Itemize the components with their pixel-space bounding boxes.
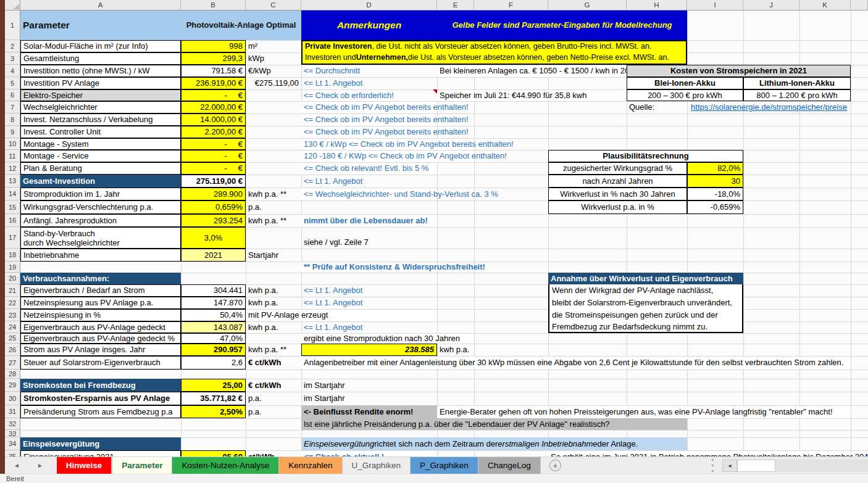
cell-D35[interactable]: <= Check ob aktuell ! — [301, 451, 437, 456]
row-header-35[interactable]: 35 — [5, 450, 20, 456]
cell-J5[interactable]: Lithium-Ionen-Akku — [743, 77, 851, 89]
sheet-nav-right-icon[interactable]: ► — [37, 462, 43, 469]
tab-u-graphiken[interactable]: U_Graphiken — [343, 457, 411, 474]
cell-G20[interactable]: Annahme über Wirkverlust und Eigenverbra… — [548, 273, 743, 284]
cell-G23[interactable]: die Stromeinspeisungen gehen zurück und … — [548, 309, 743, 321]
tab-p-graphiken[interactable]: P_Graphiken — [411, 457, 478, 474]
row-header-16[interactable]: 16 — [5, 214, 20, 227]
row-header-27[interactable]: 27 — [5, 356, 20, 369]
cell-A34[interactable]: Einspeisevergütung — [20, 437, 181, 450]
cell-D16[interactable]: nimmt über die Lebensdauer ab! — [301, 215, 437, 226]
cell-A35[interactable]: Einspeisevergütung 2021 — [20, 450, 181, 456]
cell-B2[interactable]: 998 — [181, 40, 246, 52]
cell-D34[interactable]: Einspeisevergütung richtet sich nach dem… — [301, 437, 687, 450]
cell-B11[interactable]: - € — [181, 150, 246, 162]
cell-D32[interactable]: Ist eine jährliche Preisänderung p.a. üb… — [301, 418, 687, 430]
cell-I15[interactable]: -0,659% — [687, 200, 743, 214]
cell-A2[interactable]: Solar-Modul-Fläche in m² (zur Info) — [20, 40, 181, 52]
cell-D30[interactable]: im Startjahr — [301, 392, 437, 405]
row-header-15[interactable]: 15 — [5, 200, 20, 214]
row-header-3[interactable]: 3 — [5, 52, 20, 65]
cell-J6[interactable]: 800 – 1.200 € pro kWh — [743, 89, 851, 101]
row-header-29[interactable]: 29 — [5, 379, 20, 392]
cell-A14[interactable]: Stromproduktion im 1. Jahr — [20, 188, 181, 200]
cell-C21[interactable]: kwh p.a. — [246, 284, 301, 297]
cell-I12[interactable]: 82,0% — [687, 162, 743, 175]
cell-A11[interactable]: Montage - Service — [20, 150, 181, 162]
cell-C24[interactable]: kwh p.a. — [246, 321, 301, 333]
cell-C22[interactable]: kwh p.a. — [246, 297, 301, 309]
row-header-10[interactable]: 10 — [5, 138, 20, 150]
tab-kosten-nutzen-analyse[interactable]: Kosten-Nutzen-Analyse — [172, 457, 279, 474]
row-header-1[interactable]: 1 — [5, 10, 20, 40]
cell-D22[interactable]: <= Lt 1. Angebot — [301, 297, 437, 309]
cell-A13[interactable]: Gesamt-Investition — [20, 175, 181, 188]
column-header-F[interactable]: F — [474, 0, 548, 10]
cell-G14[interactable]: Wirkverlust in % nach 30 Jahren — [548, 188, 687, 200]
cell-C16[interactable]: kwh p.a. ** — [246, 214, 301, 227]
column-header-J[interactable]: J — [743, 0, 799, 10]
row-header-11[interactable]: 11 — [5, 150, 20, 162]
cell-G24[interactable]: Fremdbezug zur Bedarfsdeckung nimmt zu. — [548, 321, 743, 333]
cell-H7[interactable]: Quelle: — [627, 101, 687, 114]
cell-E6[interactable]: Speicher im Juli 21: €44.990 für 35,8 kw… — [437, 90, 627, 101]
cell-A31[interactable]: Preisänderung Strom aus Femdbezug p.a — [20, 405, 181, 418]
cell-D2[interactable]: Private Investoren, die Ust. nicht als V… — [301, 40, 687, 52]
row-header-4[interactable]: 4 — [5, 65, 20, 77]
cell-B31[interactable]: 2,50% — [181, 405, 246, 418]
stromspeicher-preise-link[interactable]: https://solarenergie.de/stromspeicher/pr… — [687, 101, 851, 114]
row-header-26[interactable]: 26 — [5, 344, 20, 356]
cell-C15[interactable]: p.a. — [246, 200, 301, 214]
cell-B14[interactable]: 289.900 — [181, 188, 246, 200]
cell-C3[interactable]: kWp — [246, 52, 301, 65]
cell-B26[interactable]: 290.957 — [181, 344, 246, 356]
cell-H5[interactable]: Blei-Ionen-Akku — [627, 77, 743, 89]
cell-C23[interactable]: mit PV-Anlage erzeugt — [246, 310, 437, 321]
select-all-corner[interactable] — [5, 0, 20, 10]
cell-C4[interactable]: €/kWp — [246, 65, 301, 77]
cell-A29[interactable]: Stromkosten bei Fremdbezug — [20, 379, 181, 392]
row-header-12[interactable]: 12 — [5, 162, 20, 175]
cell-B1[interactable]: Photovoltaik-Anlage Optimal — [181, 10, 301, 40]
row-header-22[interactable]: 22 — [5, 297, 20, 309]
cell-I13[interactable]: 30 — [687, 175, 743, 188]
row-header-17[interactable]: 17 — [5, 227, 20, 249]
cell-A12[interactable]: Plan & Beratung — [20, 162, 181, 175]
row-header-2[interactable]: 2 — [5, 40, 20, 52]
cell-B35[interactable]: 05,60 — [181, 450, 246, 456]
column-header-G[interactable]: G — [548, 0, 627, 10]
cell-A21[interactable]: Eigenverbrauch / Bedarf an Strom — [20, 284, 181, 297]
cell-G21[interactable]: Wenn der Wirkgrad der PV-Anlage nachläss… — [548, 284, 743, 297]
row-header-34[interactable]: 34 — [5, 437, 20, 450]
hscroll-thumb[interactable] — [737, 460, 775, 472]
cell-B10[interactable]: - € — [181, 138, 246, 150]
column-header-A[interactable]: A — [20, 0, 181, 10]
row-header-32[interactable]: 32 — [5, 418, 20, 430]
cell-B5[interactable]: 236.919,00 € — [181, 77, 246, 89]
column-header-B[interactable]: B — [181, 0, 246, 10]
hscroll-track[interactable] — [775, 460, 868, 472]
cell-H6[interactable]: 200 – 300 € pro kWh — [627, 89, 743, 101]
tab-kennzahlen[interactable]: Kennzahlen — [279, 457, 342, 474]
cell-A5[interactable]: Investition PV Anlage — [20, 77, 181, 89]
row-header-5[interactable]: 5 — [5, 77, 20, 89]
cell-H4[interactable]: Kosten von Stromspeichern in 2021 — [627, 65, 851, 77]
cell-E4[interactable]: Bei kleineren Anlagen ca. € 1050 - € 150… — [437, 65, 627, 76]
column-header-partial[interactable] — [851, 0, 868, 10]
cell-A3[interactable]: Gesamtleistung — [20, 52, 181, 65]
cell-D17[interactable]: siehe / vgl. Zeile 7 — [301, 227, 437, 249]
cell-A1[interactable]: Parameter — [20, 10, 181, 40]
cell-C14[interactable]: kwh p.a. ** — [246, 188, 301, 200]
cell-B17[interactable]: 3,0% — [181, 227, 246, 249]
cell-A4[interactable]: Investition netto (ohne MWSt.) / kW — [20, 65, 181, 77]
cell-A10[interactable]: Montage - System — [20, 138, 181, 150]
row-header-20[interactable]: 20 — [5, 273, 20, 284]
row-header-8[interactable]: 8 — [5, 114, 20, 126]
cell-B4[interactable]: 791,58 € — [181, 65, 246, 77]
cell-G15[interactable]: Wirkverlust p.a. in % — [548, 200, 687, 214]
cell-D31[interactable]: <- Beinflusst Rendite enorm! — [301, 405, 437, 418]
cell-D5[interactable]: <= Lt 1. Angebot — [301, 77, 437, 89]
cell-C30[interactable]: p.a. — [246, 392, 301, 405]
cell-C18[interactable]: Startjahr — [246, 249, 301, 262]
cell-B29[interactable]: 25,00 — [181, 379, 246, 392]
